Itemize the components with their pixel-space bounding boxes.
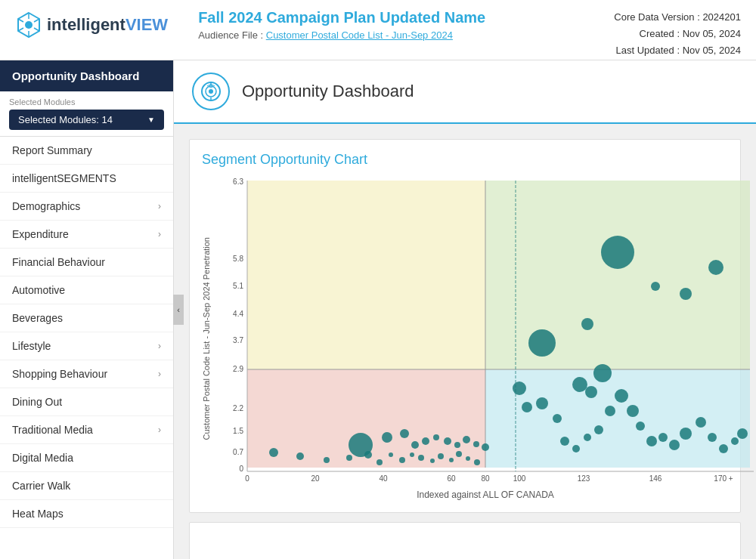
svg-point-69 (585, 386, 597, 398)
sidebar-item-digital-media[interactable]: Digital Media (0, 444, 173, 472)
svg-point-73 (324, 457, 330, 463)
svg-point-52 (572, 445, 580, 452)
sidebar-item-demographics[interactable]: Demographics › (0, 193, 173, 221)
nav-items: Report Summary intelligentSEGMENTS Demog… (0, 137, 173, 559)
sidebar-item-automotive[interactable]: Automotive (0, 276, 173, 304)
sidebar-item-heat-maps[interactable]: Heat Maps (0, 500, 173, 528)
logo-text-dark: intelligent (47, 15, 125, 34)
svg-point-83 (449, 458, 454, 462)
svg-text:6.3: 6.3 (233, 178, 243, 186)
svg-point-67 (737, 428, 748, 439)
chart-container: Segment Opportunity Chart Customer Posta… (174, 124, 756, 559)
nav-label: Heat Maps (12, 508, 64, 520)
svg-rect-15 (485, 181, 750, 369)
svg-line-6 (18, 28, 23, 31)
sidebar-item-dining-out[interactable]: Dining Out (0, 388, 173, 416)
bottom-panel (189, 522, 741, 559)
created-date: Created : Nov 05, 2024 (614, 26, 741, 42)
svg-point-43 (680, 288, 692, 300)
svg-point-92 (433, 434, 439, 440)
audience-label: Audience File : (198, 29, 263, 41)
chart-title: Segment Opportunity Chart (202, 152, 728, 168)
svg-point-59 (646, 436, 657, 446)
svg-point-84 (456, 451, 462, 457)
sidebar-item-carrier-walk[interactable]: Carrier Walk (0, 472, 173, 500)
svg-point-48 (522, 402, 532, 412)
last-updated-date: Last Updated : Nov 05, 2024 (614, 42, 741, 59)
logo-area: intelligentVIEW Fall 2024 Campaign Plan … (15, 9, 485, 41)
svg-point-70 (593, 364, 612, 382)
nav-label: Expenditure (12, 228, 69, 240)
svg-text:170 +: 170 + (714, 474, 733, 483)
logo: intelligentVIEW (15, 11, 168, 39)
sidebar-item-shopping-behaviour[interactable]: Shopping Behaviour › (0, 360, 173, 388)
svg-point-64 (708, 433, 717, 442)
svg-point-82 (438, 453, 444, 459)
svg-point-78 (399, 457, 405, 463)
svg-line-4 (18, 19, 23, 22)
nav-label: Digital Media (12, 452, 73, 464)
sidebar-item-lifestyle[interactable]: Lifestyle › (0, 332, 173, 360)
svg-point-49 (536, 397, 548, 409)
audience-link[interactable]: Customer Postal Code List - Jun-Sep 2024 (266, 29, 453, 41)
chevron-right-icon: › (158, 201, 161, 212)
svg-point-87 (349, 433, 373, 457)
dashboard-icon (192, 73, 230, 110)
svg-point-86 (474, 459, 480, 465)
sidebar-item-financial-behaviour[interactable]: Financial Behaviour (0, 249, 173, 276)
selected-modules-button[interactable]: Selected Modules: 14 ▼ (9, 110, 164, 130)
nav-label: Report Summary (12, 144, 92, 156)
svg-line-7 (34, 28, 39, 31)
svg-text:2.9: 2.9 (233, 365, 243, 373)
svg-point-45 (528, 329, 556, 357)
svg-line-5 (34, 19, 39, 22)
campaign-title: Fall 2024 Campaign Plan Updated Name (198, 9, 485, 26)
svg-point-90 (411, 441, 419, 449)
sidebar-item-traditional-media[interactable]: Traditional Media › (0, 416, 173, 444)
content-header: Opportunity Dashboard (174, 60, 756, 124)
scatter-chart: 0 0.7 1.5 2.2 2.9 3.7 4.4 5.1 5.8 6.3 0 (217, 177, 754, 486)
svg-point-95 (463, 436, 470, 443)
y-axis-label: Customer Postal Code List - Jun-Sep 2024… (202, 237, 211, 440)
sidebar-item-beverages[interactable]: Beverages (0, 304, 173, 332)
selected-modules-text: Selected Modules: 14 (18, 114, 113, 125)
sidebar-collapse-button[interactable]: ‹ (173, 295, 184, 325)
campaign-info: Fall 2024 Campaign Plan Updated Name Aud… (198, 9, 485, 41)
logo-text-light: VIEW (125, 15, 168, 34)
nav-label: Traditional Media (12, 424, 93, 436)
svg-point-77 (389, 452, 393, 457)
content-area: Opportunity Dashboard Segment Opportunit… (174, 60, 756, 559)
svg-text:1.5: 1.5 (233, 427, 243, 435)
svg-text:4.4: 4.4 (233, 310, 243, 318)
svg-text:40: 40 (379, 474, 388, 483)
svg-point-61 (669, 440, 680, 450)
svg-point-44 (651, 282, 660, 291)
svg-point-79 (410, 452, 414, 457)
svg-point-57 (627, 405, 639, 417)
svg-text:0: 0 (245, 474, 249, 483)
svg-point-72 (296, 452, 304, 460)
sidebar-item-report-summary[interactable]: Report Summary (0, 137, 173, 165)
target-icon (200, 80, 222, 103)
audience-file: Audience File : Customer Postal Code Lis… (198, 29, 485, 41)
svg-point-85 (466, 456, 470, 461)
svg-point-51 (560, 437, 569, 446)
version-info: Core Data Version : 2024201 Created : No… (614, 9, 741, 59)
svg-point-71 (269, 448, 278, 457)
sidebar-item-expenditure[interactable]: Expenditure › (0, 221, 173, 249)
svg-rect-14 (247, 181, 485, 369)
sidebar: Opportunity Dashboard Selected Modules S… (0, 60, 174, 559)
svg-point-93 (444, 437, 451, 445)
svg-point-47 (513, 381, 526, 395)
svg-point-10 (209, 89, 213, 94)
nav-label: Lifestyle (12, 340, 51, 352)
svg-point-50 (553, 414, 562, 423)
main-container: Opportunity Dashboard Selected Modules S… (0, 60, 756, 559)
svg-point-58 (636, 422, 645, 431)
chart-inner: 0 0.7 1.5 2.2 2.9 3.7 4.4 5.1 5.8 6.3 0 (217, 177, 754, 500)
chevron-right-icon: › (158, 341, 161, 351)
svg-point-62 (680, 428, 692, 440)
svg-point-55 (605, 406, 615, 416)
svg-text:5.1: 5.1 (233, 282, 243, 290)
sidebar-item-intelligent-segments[interactable]: intelligentSEGMENTS (0, 165, 173, 193)
